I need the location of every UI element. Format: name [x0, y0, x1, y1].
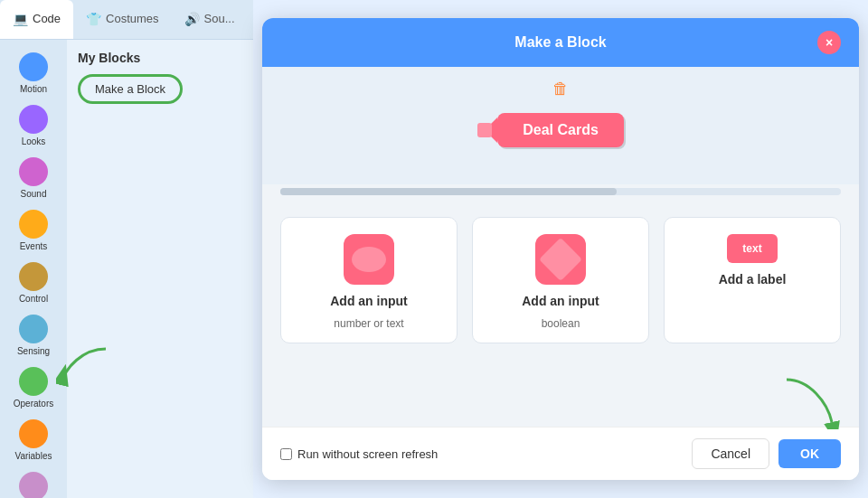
myblocks-dot	[19, 472, 48, 498]
control-dot	[19, 262, 48, 291]
costumes-icon: 👕	[86, 12, 101, 26]
sidebar-item-sound[interactable]: Sound	[0, 154, 67, 202]
label-icon: text	[727, 234, 778, 263]
deal-cards-block[interactable]: Deal Cards	[497, 113, 624, 147]
options-row: Add an input number or text Add an input…	[262, 199, 859, 352]
run-without-refresh-checkbox[interactable]	[280, 448, 292, 460]
sound-icon: 🔊	[184, 12, 200, 26]
blocks-panel-title: My Blocks	[78, 51, 242, 65]
option-card-label[interactable]: text Add a label	[664, 217, 841, 343]
sensing-dot	[19, 315, 48, 343]
modal-close-button[interactable]: ×	[817, 31, 841, 54]
tab-costumes[interactable]: 👕 Costumes	[73, 0, 172, 39]
category-list: Motion Looks Sound Events Control Sensin…	[0, 40, 67, 498]
tabs-bar: 💻 Code 👕 Costumes 🔊 Sou...	[0, 0, 253, 40]
modal-body: 🗑 Deal Cards Add an input number or text	[262, 67, 859, 427]
modal-footer: Run without screen refresh Cancel OK	[262, 427, 859, 480]
ok-button[interactable]: OK	[778, 439, 841, 468]
make-a-block-button[interactable]: Make a Block	[78, 74, 183, 104]
blocks-panel: My Blocks Make a Block	[67, 40, 253, 498]
sidebar: Motion Looks Sound Events Control Sensin…	[0, 40, 253, 498]
footer-buttons: Cancel OK	[692, 438, 841, 469]
make-a-block-modal: Make a Block × 🗑 Deal Cards Add	[262, 18, 859, 480]
motion-dot	[19, 52, 48, 81]
events-dot	[19, 210, 48, 239]
cancel-button[interactable]: Cancel	[692, 438, 769, 469]
checkbox-row: Run without screen refresh	[280, 447, 438, 461]
block-preview-area: 🗑 Deal Cards	[262, 67, 859, 184]
number-input-icon	[344, 234, 394, 285]
tab-code[interactable]: 💻 Code	[0, 0, 73, 39]
sidebar-item-motion[interactable]: Motion	[0, 49, 67, 98]
scrollbar-track	[280, 188, 841, 195]
code-icon: 💻	[13, 12, 28, 26]
sidebar-item-looks[interactable]: Looks	[0, 101, 67, 150]
option-card-boolean-input[interactable]: Add an input boolean	[472, 217, 649, 343]
option-card-number-input[interactable]: Add an input number or text	[280, 217, 458, 343]
modal-title: Make a Block	[304, 34, 817, 51]
trash-icon[interactable]: 🗑	[552, 80, 569, 99]
boolean-input-icon	[535, 234, 586, 285]
sidebar-item-events[interactable]: Events	[0, 206, 67, 255]
oval-shape	[352, 247, 386, 272]
variables-dot	[19, 419, 48, 448]
operators-dot	[19, 367, 48, 396]
run-without-refresh-label: Run without screen refresh	[297, 447, 438, 461]
sidebar-item-variables[interactable]: Variables	[0, 416, 67, 465]
looks-dot	[19, 105, 48, 134]
sidebar-item-control[interactable]: Control	[0, 258, 67, 307]
modal-header: Make a Block ×	[262, 18, 859, 67]
scrollbar-thumb[interactable]	[280, 188, 617, 195]
arrow-ok-button	[778, 375, 841, 429]
tab-sound[interactable]: 🔊 Sou...	[172, 0, 248, 39]
sidebar-item-operators[interactable]: Operators	[0, 363, 67, 412]
sound-cat-dot	[19, 157, 48, 186]
modal-overlay: Make a Block × 🗑 Deal Cards Add	[253, 0, 868, 498]
sidebar-item-myblocks[interactable]: My Blocks	[0, 468, 67, 498]
sidebar-item-sensing[interactable]: Sensing	[0, 311, 67, 360]
diamond-shape	[539, 238, 582, 281]
left-panel: 💻 Code 👕 Costumes 🔊 Sou... Motion Looks	[0, 0, 253, 498]
